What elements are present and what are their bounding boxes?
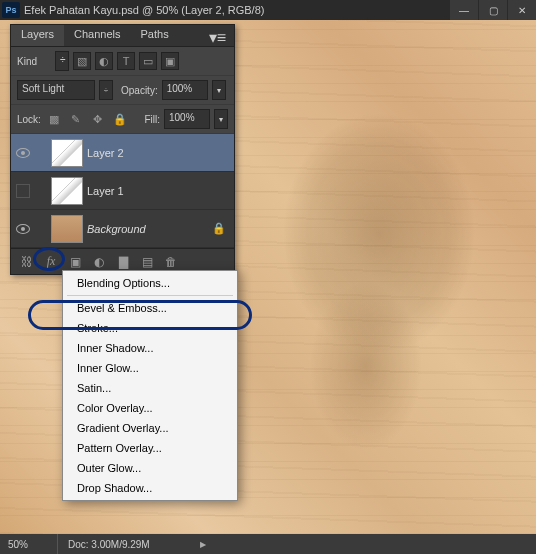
fill-value[interactable]: 100% bbox=[164, 109, 210, 129]
lock-label: Lock: bbox=[17, 114, 41, 125]
menu-bevel-emboss[interactable]: Bevel & Emboss... bbox=[63, 298, 237, 318]
menu-pattern-overlay[interactable]: Pattern Overlay... bbox=[63, 438, 237, 458]
status-arrow-icon[interactable]: ▶ bbox=[200, 540, 206, 549]
fill-label: Fill: bbox=[144, 114, 160, 125]
menu-drop-shadow[interactable]: Drop Shadow... bbox=[63, 478, 237, 498]
minimize-button[interactable]: — bbox=[450, 0, 478, 20]
kind-dropdown[interactable]: ÷ bbox=[55, 51, 69, 71]
filter-smart-icon[interactable]: ▣ bbox=[161, 52, 179, 70]
layer-row-bg[interactable]: Background 🔒 bbox=[11, 210, 234, 248]
layer-thumbnail[interactable] bbox=[51, 139, 83, 167]
lock-paint-icon[interactable]: ✎ bbox=[67, 110, 85, 128]
visibility-toggle[interactable] bbox=[11, 148, 35, 158]
maximize-button[interactable]: ▢ bbox=[479, 0, 507, 20]
portrait-sketch bbox=[236, 100, 496, 480]
layer-name[interactable]: Background bbox=[87, 223, 212, 235]
menu-separator bbox=[67, 295, 233, 296]
lock-trans-icon[interactable]: ▩ bbox=[45, 110, 63, 128]
opacity-arrow[interactable]: ▾ bbox=[212, 80, 226, 100]
blend-mode-select[interactable]: Soft Light bbox=[17, 80, 95, 100]
layer-row-1[interactable]: Layer 1 bbox=[11, 172, 234, 210]
lock-move-icon[interactable]: ✥ bbox=[89, 110, 107, 128]
layer-style-menu: Blending Options... Bevel & Emboss... St… bbox=[62, 270, 238, 501]
doc-size[interactable]: Doc: 3.00M/9.29M bbox=[58, 539, 150, 550]
menu-outer-glow[interactable]: Outer Glow... bbox=[63, 458, 237, 478]
status-bar: 50% Doc: 3.00M/9.29M ▶ bbox=[0, 534, 536, 554]
fill-arrow[interactable]: ▾ bbox=[214, 109, 228, 129]
eye-icon bbox=[16, 224, 30, 234]
eye-icon bbox=[16, 148, 30, 158]
lock-all-icon[interactable]: 🔒 bbox=[111, 110, 129, 128]
menu-color-overlay[interactable]: Color Overlay... bbox=[63, 398, 237, 418]
layer-thumbnail[interactable] bbox=[51, 215, 83, 243]
title-bar: Ps Efek Pahatan Kayu.psd @ 50% (Layer 2,… bbox=[0, 0, 536, 20]
tab-paths[interactable]: Paths bbox=[131, 25, 179, 46]
menu-satin[interactable]: Satin... bbox=[63, 378, 237, 398]
link-layers-button[interactable]: ⛓ bbox=[15, 251, 39, 273]
visibility-off bbox=[16, 184, 30, 198]
menu-inner-shadow[interactable]: Inner Shadow... bbox=[63, 338, 237, 358]
panel-menu-icon[interactable]: ▾≡ bbox=[201, 25, 234, 46]
filter-pixel-icon[interactable]: ▧ bbox=[73, 52, 91, 70]
visibility-toggle[interactable] bbox=[11, 184, 35, 198]
lock-icon: 🔒 bbox=[212, 222, 234, 235]
layer-row-2[interactable]: Layer 2 bbox=[11, 134, 234, 172]
layer-name[interactable]: Layer 2 bbox=[87, 147, 234, 159]
filter-row: Kind ÷ ▧ ◐ T ▭ ▣ bbox=[11, 47, 234, 76]
app-badge: Ps bbox=[2, 2, 20, 18]
document-title: Efek Pahatan Kayu.psd @ 50% (Layer 2, RG… bbox=[24, 4, 449, 16]
menu-stroke[interactable]: Stroke... bbox=[63, 318, 237, 338]
layer-list: Layer 2 Layer 1 Background 🔒 bbox=[11, 134, 234, 248]
opacity-value[interactable]: 100% bbox=[162, 80, 208, 100]
layers-panel: Layers Channels Paths ▾≡ Kind ÷ ▧ ◐ T ▭ … bbox=[10, 24, 235, 275]
filter-adjust-icon[interactable]: ◐ bbox=[95, 52, 113, 70]
blend-row: Soft Light ÷ Opacity: 100% ▾ bbox=[11, 76, 234, 105]
layer-fx-button[interactable]: fx bbox=[39, 251, 63, 273]
panel-tabs: Layers Channels Paths ▾≡ bbox=[11, 25, 234, 47]
layer-thumbnail[interactable] bbox=[51, 177, 83, 205]
visibility-toggle[interactable] bbox=[11, 224, 35, 234]
close-button[interactable]: ✕ bbox=[508, 0, 536, 20]
layer-name[interactable]: Layer 1 bbox=[87, 185, 234, 197]
filter-shape-icon[interactable]: ▭ bbox=[139, 52, 157, 70]
blend-mode-arrow[interactable]: ÷ bbox=[99, 80, 113, 100]
zoom-level[interactable]: 50% bbox=[0, 534, 58, 554]
menu-inner-glow[interactable]: Inner Glow... bbox=[63, 358, 237, 378]
tab-layers[interactable]: Layers bbox=[11, 25, 64, 46]
filter-type-icon[interactable]: T bbox=[117, 52, 135, 70]
menu-gradient-overlay[interactable]: Gradient Overlay... bbox=[63, 418, 237, 438]
kind-label: Kind bbox=[17, 56, 51, 67]
tab-channels[interactable]: Channels bbox=[64, 25, 130, 46]
lock-row: Lock: ▩ ✎ ✥ 🔒 Fill: 100% ▾ bbox=[11, 105, 234, 134]
opacity-label: Opacity: bbox=[121, 85, 158, 96]
menu-blending-options[interactable]: Blending Options... bbox=[63, 273, 237, 293]
